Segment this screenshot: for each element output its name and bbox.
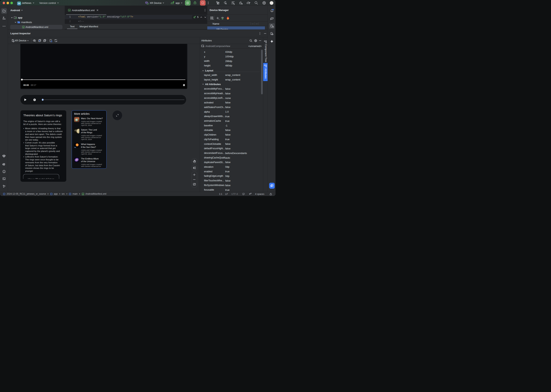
svg-text:?: ? [203,46,204,48]
svg-text:M: M [23,26,24,28]
svg-text:M: M [69,9,70,11]
svg-text:M: M [82,193,83,195]
